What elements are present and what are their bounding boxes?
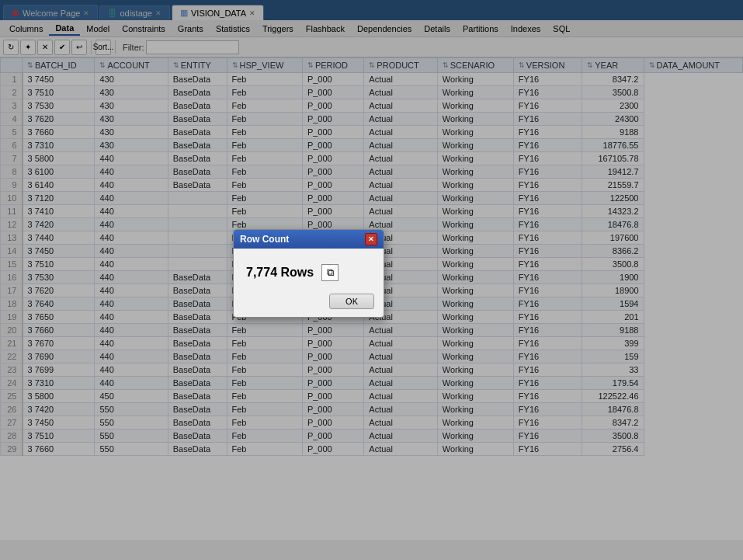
modal-overlay: Row Count ✕ 7,774 Rows ⧉ OK [0, 0, 743, 540]
modal-close-button[interactable]: ✕ [365, 233, 377, 245]
modal-title: Row Count [240, 234, 289, 245]
copy-button[interactable]: ⧉ [321, 264, 339, 281]
modal-titlebar: Row Count ✕ [234, 230, 384, 249]
row-count-modal: Row Count ✕ 7,774 Rows ⧉ OK [233, 229, 384, 318]
row-count-value: 7,774 Rows [246, 266, 314, 280]
modal-body: 7,774 Rows ⧉ [234, 249, 384, 289]
modal-footer: OK [234, 289, 384, 317]
ok-button[interactable]: OK [329, 294, 374, 309]
